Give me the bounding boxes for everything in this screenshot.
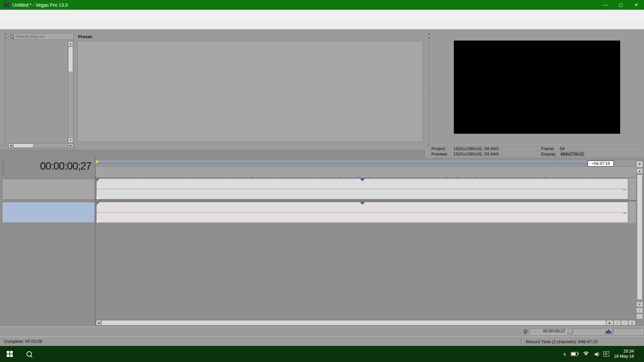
preset-pane: Preset: — [76, 32, 424, 150]
window-title: Untitled * - Vegas Pro 13.0 — [12, 2, 68, 8]
action-center-icon[interactable] — [603, 351, 609, 357]
dock-tabs — [0, 150, 425, 158]
vertical-zoom-out-icon[interactable]: − — [636, 314, 643, 319]
event-fade-handle-icon[interactable] — [97, 202, 100, 205]
fx-close-icon[interactable]: ✕ — [4, 33, 6, 36]
track-list-grip — [3, 162, 5, 176]
event-corner-icon — [97, 220, 100, 223]
clock-time: 20:34 — [614, 349, 634, 354]
wifi-icon[interactable] — [583, 352, 589, 357]
trim-cursor-icon: ↔ — [623, 210, 627, 215]
event-corner-icon — [97, 196, 100, 199]
stereo-lane-separator — [97, 189, 628, 189]
track-header-2[interactable] — [2, 202, 95, 223]
vertical-scroll-thumb[interactable] — [637, 174, 642, 300]
preview-info: Project: 1920x1080x32, 59.940i Preview: … — [431, 146, 642, 157]
horizontal-scroll-thumb[interactable] — [101, 320, 606, 325]
track-header-1[interactable] — [2, 179, 95, 200]
scroll-up-icon[interactable]: ▲ — [68, 41, 73, 46]
timeline-time-display[interactable]: 00:00:00;27 — [13, 160, 91, 172]
selection-start-icon — [569, 330, 571, 333]
selection-length-icon — [606, 329, 611, 334]
event-fade-handle-icon[interactable] — [97, 179, 100, 182]
project-label: Project: — [431, 146, 452, 152]
menu-bar — [0, 10, 644, 18]
scroll-left-icon[interactable]: ◀ — [8, 143, 13, 148]
scroll-left-icon[interactable]: ◀ — [96, 320, 101, 325]
ruler-minor-ticks — [96, 176, 636, 178]
stereo-lane-separator — [97, 212, 628, 213]
tree-vertical-scrollbar[interactable]: ▲ ▼ — [68, 41, 73, 143]
timeline-marker-icon[interactable] — [96, 161, 99, 165]
plugin-tree — [8, 41, 68, 143]
record-time-text: Record Time (2 channels): 646:47:10 — [521, 337, 644, 346]
system-tray: ∧ ◀)) 20:34 18-May-16 — [563, 346, 644, 362]
volume-icon[interactable]: ◀)) — [594, 352, 599, 356]
scroll-right-icon[interactable]: ▶ — [606, 320, 613, 325]
cursor-position-icon — [524, 329, 527, 333]
search-input[interactable] — [15, 34, 73, 39]
vegas-app-icon — [3, 2, 10, 8]
tree-horizontal-scrollbar[interactable]: ◀ ▶ — [8, 143, 73, 148]
preview-pin-icon[interactable]: ◂ — [428, 36, 430, 40]
scroll-down-icon[interactable]: ▼ — [636, 302, 643, 307]
display-value: 494x278x32 — [560, 152, 585, 157]
taskbar-clock[interactable]: 20:34 18-May-16 — [614, 349, 634, 359]
scroll-up-icon[interactable]: ▲ — [636, 168, 643, 174]
track-row-1: ↔ — [96, 178, 636, 200]
track1-waveform-right — [97, 189, 628, 199]
tray-chevron-icon[interactable]: ∧ — [563, 352, 567, 357]
selection-length-field[interactable] — [613, 328, 643, 334]
zoom-tool-icon[interactable]: ◎ — [628, 320, 636, 325]
vertical-scrollbar[interactable] — [636, 174, 643, 301]
window-docking-area: ✕ ◂ ▲ ▼ ◀ ▶ Preset: — [0, 29, 644, 158]
video-preview-screen[interactable] — [454, 41, 620, 134]
status-bar: Complete: 00:03:09 Record Time (2 channe… — [0, 337, 644, 346]
tree-scroll-thumb[interactable] — [68, 47, 73, 72]
zoom-out-icon[interactable]: − — [621, 320, 628, 325]
drag-time-tooltip: +54:47:19 — [588, 161, 614, 167]
timeline-right-strip: ⚑ ▲ ▼ ＋ − — [636, 160, 644, 326]
time-selection-line — [96, 163, 604, 164]
scroll-down-icon[interactable]: ▼ — [68, 138, 73, 143]
preview-value: 1920x1080x32, 59.940i — [453, 152, 499, 157]
maximize-button[interactable]: ▢ — [613, 0, 629, 10]
fx-pin-icon[interactable]: ◂ — [4, 36, 6, 40]
marker-bar[interactable] — [96, 160, 636, 167]
audio-event-track1[interactable]: ↔ — [96, 178, 628, 199]
project-value: 1920x1080x32, 59.940i — [453, 146, 499, 151]
battery-icon[interactable] — [571, 352, 578, 356]
horizontal-scrollbar[interactable]: ◀ ▶ ＋ − ◎ — [96, 320, 636, 326]
preset-list-area[interactable] — [77, 41, 423, 142]
search-icon — [10, 35, 14, 39]
start-button[interactable] — [0, 346, 19, 362]
timeline: 00:00:00;27 Rate: 0.00 ◄◆► ▲ +54:47:19 — [0, 158, 644, 326]
cursor-time-field[interactable]: 00:00:00;27 — [529, 328, 567, 334]
track-row-2: ↔ — [96, 201, 636, 223]
selection-start-field[interactable] — [573, 328, 604, 334]
taskbar-search-button[interactable] — [19, 346, 39, 362]
preview-label: Preview: — [431, 152, 452, 157]
preview-window-grip: ✕ ◂ — [427, 33, 431, 147]
cursor-time-fields: 00:00:00;27 — [524, 328, 643, 334]
scroll-right-icon[interactable]: ▶ — [68, 143, 73, 148]
windows-logo-icon — [7, 351, 13, 357]
frame-value: 54 — [560, 146, 565, 151]
preset-label: Preset: — [78, 34, 93, 39]
track2-waveform-right — [97, 213, 628, 223]
vertical-zoom-in-icon[interactable]: ＋ — [636, 308, 643, 313]
zoom-in-icon[interactable]: ＋ — [613, 320, 621, 325]
close-button[interactable]: ✕ — [629, 0, 644, 10]
frame-label: Frame: — [541, 146, 558, 152]
tree-hscroll-thumb[interactable] — [13, 143, 34, 148]
taskbar: ∧ ◀)) 20:34 18-May-16 — [0, 346, 644, 362]
vegas-pro-window: Untitled * - Vegas Pro 13.0 — ▢ ✕ ✕ ◂ ▲ … — [0, 0, 644, 362]
trim-cursor-icon: ↔ — [623, 187, 627, 191]
display-label: Display: — [541, 152, 558, 157]
marker-tool-icon[interactable]: ⚑ — [636, 161, 643, 168]
audio-event-track2[interactable]: ↔ — [96, 202, 628, 223]
preview-close-icon[interactable]: ✕ — [428, 33, 430, 36]
minimize-button[interactable]: — — [598, 0, 613, 10]
time-ruler[interactable] — [96, 167, 636, 178]
plugin-search-box — [8, 33, 74, 40]
